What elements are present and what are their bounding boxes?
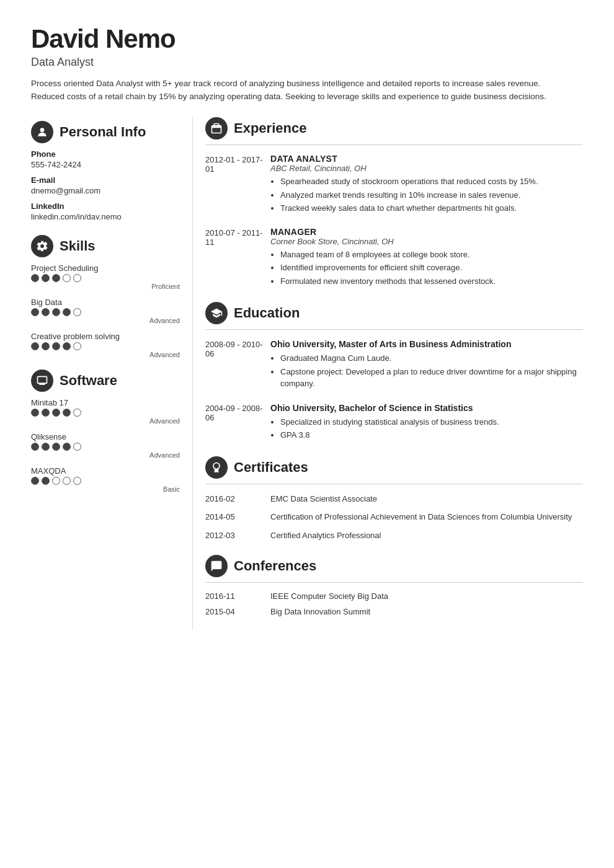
certificate-entry: 2016-02 EMC Data Scientist Associate bbox=[205, 493, 583, 505]
edu-title: Ohio University, Master of Arts in Busin… bbox=[270, 339, 583, 350]
certificates-header: Certificates bbox=[205, 456, 583, 484]
skill-level: Advanced bbox=[31, 351, 180, 358]
conferences-header: Conferences bbox=[205, 555, 583, 583]
software-svg bbox=[36, 374, 48, 387]
cert-date: 2016-02 bbox=[205, 493, 270, 505]
software-name: Qliksense bbox=[31, 432, 180, 441]
exp-title: MANAGER bbox=[270, 227, 583, 237]
personal-info-linkedin-label: LinkedIn bbox=[31, 202, 180, 211]
edu-bullet: GPA 3.8 bbox=[280, 429, 583, 441]
edu-dates: 2008-09 - 2010-06 bbox=[205, 339, 270, 391]
certificates-section: Certificates 2016-02 EMC Data Scientist … bbox=[205, 456, 583, 542]
skills-list: Project Scheduling ProficientBig Data Ad… bbox=[31, 264, 180, 358]
skills-svg bbox=[36, 240, 48, 252]
skill-item: Project Scheduling Proficient bbox=[31, 264, 180, 290]
software-title: Software bbox=[60, 373, 117, 389]
conferences-section: Conferences 2016-11 IEEE Computer Societ… bbox=[205, 555, 583, 616]
education-header: Education bbox=[205, 302, 583, 330]
conf-text: Big Data Innovation Summit bbox=[270, 607, 583, 616]
personal-info-email-label: E-mail bbox=[31, 175, 180, 185]
conferences-title: Conferences bbox=[234, 558, 316, 574]
candidate-name: David Nemo bbox=[31, 25, 583, 53]
conference-entry: 2016-11 IEEE Computer Society Big Data bbox=[205, 591, 583, 601]
experience-icon bbox=[205, 117, 228, 140]
edu-dates: 2004-09 - 2008-06 bbox=[205, 402, 270, 443]
certificate-entry: 2012-03 Certified Analytics Professional bbox=[205, 529, 583, 542]
exp-bullet: Identified improvements for efficient sh… bbox=[280, 262, 583, 274]
conference-svg bbox=[210, 560, 223, 572]
software-header: Software bbox=[31, 370, 180, 392]
personal-info-linkedin-value: linkedin.com/in/dav.nemo bbox=[31, 212, 180, 221]
experience-section: Experience 2012-01 - 2017-01 DATA ANALYS… bbox=[205, 117, 583, 288]
conference-entry: 2015-04 Big Data Innovation Summit bbox=[205, 607, 583, 616]
software-level: Basic bbox=[31, 485, 180, 493]
personal-info-phone-value: 555-742-2424 bbox=[31, 160, 180, 169]
cert-text: Certification of Professional Achievemen… bbox=[270, 511, 583, 523]
certificate-entry: 2014-05 Certification of Professional Ac… bbox=[205, 511, 583, 523]
svg-point-0 bbox=[40, 128, 45, 132]
exp-bullet: Analyzed market trends resulting in 10% … bbox=[280, 189, 583, 202]
experience-list: 2012-01 - 2017-01 DATA ANALYST ABC Retai… bbox=[205, 154, 583, 288]
education-icon bbox=[205, 302, 228, 324]
skill-level: Proficient bbox=[31, 283, 180, 290]
right-column: Experience 2012-01 - 2017-01 DATA ANALYS… bbox=[192, 117, 583, 630]
certificates-icon bbox=[205, 456, 228, 479]
conferences-icon bbox=[205, 555, 228, 577]
education-entry: 2004-09 - 2008-06 Ohio University, Bache… bbox=[205, 402, 583, 443]
software-item: Minitab 17 Advanced bbox=[31, 398, 180, 425]
software-icon bbox=[31, 370, 53, 392]
exp-org: Corner Book Store, Cincinnati, OH bbox=[270, 237, 583, 246]
personal-info-phone-label: Phone bbox=[31, 149, 180, 159]
certificates-list: 2016-02 EMC Data Scientist Associate2014… bbox=[205, 493, 583, 542]
education-entry: 2008-09 - 2010-06 Ohio University, Maste… bbox=[205, 339, 583, 391]
personal-info-icon bbox=[31, 121, 53, 143]
resume-header: David Nemo Data Analyst Process oriented… bbox=[31, 25, 583, 104]
education-section: Education 2008-09 - 2010-06 Ohio Univers… bbox=[205, 302, 583, 443]
edu-bullet: Capstone project: Developed a plan to re… bbox=[280, 366, 583, 390]
exp-dates: 2012-01 - 2017-01 bbox=[205, 154, 270, 216]
left-column: Personal Info Phone 555-742-2424 E-mail … bbox=[31, 117, 192, 630]
exp-org: ABC Retail, Cincinnati, OH bbox=[270, 164, 583, 173]
experience-entry: 2010-07 - 2011-11 MANAGER Corner Book St… bbox=[205, 227, 583, 289]
candidate-title: Data Analyst bbox=[31, 56, 583, 69]
conf-date: 2015-04 bbox=[205, 607, 270, 616]
exp-content: MANAGER Corner Book Store, Cincinnati, O… bbox=[270, 227, 583, 289]
edu-content: Ohio University, Bachelor of Science in … bbox=[270, 402, 583, 443]
skills-header: Skills bbox=[31, 235, 180, 257]
exp-bullet: Spearheaded study of stockroom operation… bbox=[280, 175, 583, 188]
cert-date: 2014-05 bbox=[205, 511, 270, 523]
skill-level: Advanced bbox=[31, 317, 180, 324]
cert-text: Certified Analytics Professional bbox=[270, 529, 583, 542]
edu-bullet: Graduated Magna Cum Laude. bbox=[280, 352, 583, 365]
skill-name: Big Data bbox=[31, 298, 180, 307]
certificate-svg bbox=[210, 461, 223, 474]
exp-bullet: Managed team of 8 employees at college b… bbox=[280, 249, 583, 261]
skill-item: Creative problem solving Advanced bbox=[31, 332, 180, 358]
certificates-title: Certificates bbox=[234, 459, 308, 476]
software-name: Minitab 17 bbox=[31, 398, 180, 407]
software-level: Advanced bbox=[31, 417, 180, 425]
exp-title: DATA ANALYST bbox=[270, 154, 583, 164]
cert-date: 2012-03 bbox=[205, 529, 270, 542]
exp-bullet: Tracked weekly sales data to chart wheth… bbox=[280, 202, 583, 215]
software-item: MAXQDA Basic bbox=[31, 466, 180, 493]
skills-icon bbox=[31, 235, 53, 257]
personal-info-title: Personal Info bbox=[60, 124, 146, 140]
edu-title: Ohio University, Bachelor of Science in … bbox=[270, 402, 583, 414]
personal-info-email-value: dnemo@gmail.com bbox=[31, 186, 180, 195]
software-item: Qliksense Advanced bbox=[31, 432, 180, 459]
briefcase-svg bbox=[210, 122, 223, 135]
personal-info-header: Personal Info bbox=[31, 121, 180, 143]
education-list: 2008-09 - 2010-06 Ohio University, Maste… bbox=[205, 339, 583, 443]
experience-title: Experience bbox=[234, 120, 306, 136]
exp-content: DATA ANALYST ABC Retail, Cincinnati, OH … bbox=[270, 154, 583, 216]
software-name: MAXQDA bbox=[31, 466, 180, 476]
edu-content: Ohio University, Master of Arts in Busin… bbox=[270, 339, 583, 391]
exp-dates: 2010-07 - 2011-11 bbox=[205, 227, 270, 289]
skill-name: Project Scheduling bbox=[31, 264, 180, 273]
cert-text: EMC Data Scientist Associate bbox=[270, 493, 583, 505]
edu-bullet: Specialized in studying statistical anal… bbox=[280, 416, 583, 428]
person-svg bbox=[36, 126, 48, 138]
conferences-list: 2016-11 IEEE Computer Society Big Data20… bbox=[205, 591, 583, 616]
skill-name: Creative problem solving bbox=[31, 332, 180, 341]
